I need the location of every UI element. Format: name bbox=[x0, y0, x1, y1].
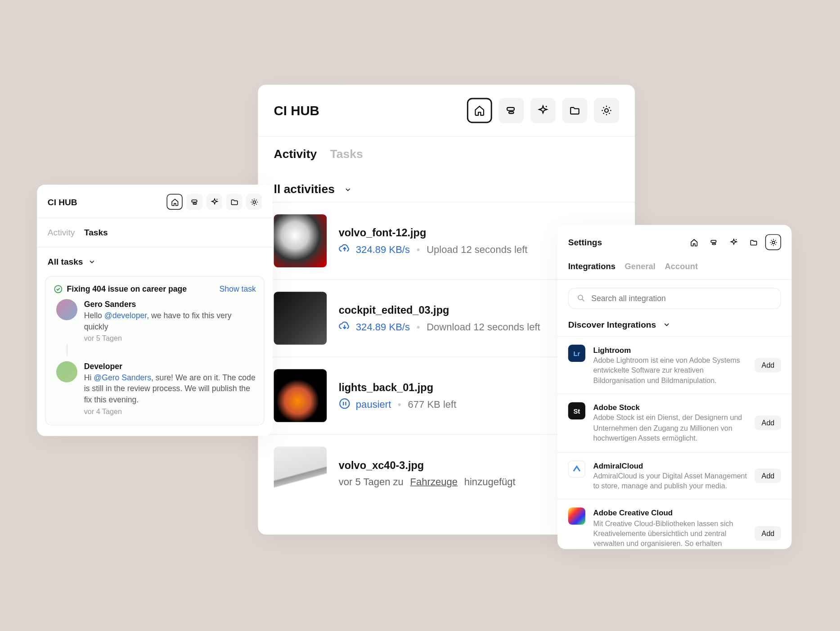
check-circle-icon bbox=[54, 284, 63, 294]
home-icon-button[interactable] bbox=[467, 98, 492, 123]
integration-name: Lightroom bbox=[593, 345, 747, 356]
admiralcloud-icon bbox=[568, 460, 585, 477]
tasks-filter-dropdown[interactable]: All tasks bbox=[37, 248, 272, 276]
cloud-upload-icon bbox=[339, 243, 350, 254]
file-added-link[interactable]: Fahrzeuge bbox=[410, 475, 458, 487]
integration-name: Adobe Stock bbox=[593, 402, 747, 413]
file-status: Download 12 seconds left bbox=[427, 320, 540, 332]
file-speed: 324.89 KB/s bbox=[356, 320, 410, 332]
search-input[interactable] bbox=[591, 294, 773, 303]
file-thumbnail bbox=[274, 369, 327, 422]
mention[interactable]: @developer bbox=[104, 311, 147, 320]
tab-general[interactable]: General bbox=[624, 262, 655, 271]
file-status: 677 KB left bbox=[408, 398, 456, 409]
file-thumbnail bbox=[274, 214, 327, 267]
activity-filter-label: ll activities bbox=[274, 183, 335, 197]
add-button[interactable]: Add bbox=[755, 358, 781, 372]
integration-desc: Adobe Lightroom ist eine von Adobe Syste… bbox=[593, 356, 747, 386]
integration-row: Adobe Creative Cloud Mit Creative Cloud-… bbox=[557, 499, 791, 549]
thread-line bbox=[67, 344, 67, 356]
adobe-stock-icon: St bbox=[568, 402, 585, 419]
add-button[interactable]: Add bbox=[755, 416, 781, 430]
file-thumbnail bbox=[274, 446, 327, 500]
chevron-down-icon bbox=[88, 258, 96, 266]
comment-time: vor 4 Tagen bbox=[84, 407, 256, 417]
pause-icon bbox=[339, 397, 350, 409]
file-paused: pausiert bbox=[356, 398, 391, 409]
folder-icon-button[interactable] bbox=[746, 234, 761, 250]
search-icon bbox=[577, 294, 586, 303]
file-speed: 324.89 KB/s bbox=[356, 243, 410, 254]
tasks-filter-label: All tasks bbox=[48, 257, 83, 266]
home-icon-button[interactable] bbox=[166, 194, 182, 210]
integration-row: AdmiralCloud AdmiralCloud is your Digita… bbox=[557, 451, 791, 499]
show-task-link[interactable]: Show task bbox=[220, 284, 256, 294]
integration-desc: AdmiralCloud is your Digital Asset Manag… bbox=[593, 471, 747, 491]
tab-account[interactable]: Account bbox=[665, 262, 698, 271]
comment-author: Gero Sanders bbox=[84, 299, 256, 310]
add-button[interactable]: Add bbox=[755, 526, 781, 541]
task-comment: Gero Sanders Hello @developer, we have t… bbox=[54, 299, 256, 344]
sparkle-icon-button[interactable] bbox=[207, 194, 222, 210]
chevron-down-icon bbox=[663, 320, 671, 329]
integration-desc: Adobe Stock ist ein Dienst, der Designer… bbox=[593, 413, 747, 444]
activity-filter-dropdown[interactable]: ll activities bbox=[258, 169, 635, 202]
avatar bbox=[56, 299, 77, 320]
integration-name: AdmiralCloud bbox=[593, 460, 747, 471]
connector-icon-button[interactable] bbox=[187, 194, 202, 210]
integration-desc: Mit Creative Cloud-Bibliotheken lassen s… bbox=[593, 518, 747, 549]
tab-tasks[interactable]: Tasks bbox=[330, 148, 363, 162]
integration-row: St Adobe Stock Adobe Stock ist ein Diens… bbox=[557, 394, 791, 451]
file-thumbnail bbox=[274, 292, 327, 345]
comment-author: Developer bbox=[84, 361, 256, 372]
add-button[interactable]: Add bbox=[755, 469, 781, 483]
discover-dropdown[interactable]: Discover Integrations bbox=[557, 317, 791, 336]
chevron-down-icon bbox=[344, 185, 352, 194]
file-added-suffix: hinzugefügt bbox=[464, 475, 516, 487]
nav-icons bbox=[686, 234, 781, 250]
integration-name: Adobe Creative Cloud bbox=[593, 508, 747, 518]
mention[interactable]: @Gero Sanders bbox=[94, 373, 151, 382]
cloud-download-icon bbox=[339, 320, 350, 332]
task-title: Fixing 404 issue on career page bbox=[67, 284, 187, 294]
settings-icon-button[interactable] bbox=[246, 194, 262, 210]
app-title: CI HUB bbox=[274, 103, 319, 118]
lightroom-icon: Lr bbox=[568, 345, 585, 362]
nav-icons bbox=[166, 194, 262, 210]
nav-icons bbox=[467, 98, 619, 123]
task-comment: Developer Hi @Gero Sanders, sure! We are… bbox=[54, 361, 256, 417]
file-added-prefix: vor 5 Tagen zu bbox=[339, 475, 404, 487]
creative-cloud-icon bbox=[568, 508, 585, 525]
app-title: CI HUB bbox=[48, 197, 77, 207]
integration-row: Lr Lightroom Adobe Lightroom ist eine vo… bbox=[557, 336, 791, 394]
file-status: Upload 12 seconds left bbox=[427, 243, 527, 254]
tab-tasks[interactable]: Tasks bbox=[84, 228, 108, 238]
connector-icon-button[interactable] bbox=[705, 234, 721, 250]
home-icon-button[interactable] bbox=[686, 234, 701, 250]
tab-activity[interactable]: Activity bbox=[274, 148, 317, 162]
tasks-panel: CI HUB Activity Tasks All tasks Fixing 4… bbox=[37, 185, 272, 436]
settings-title: Settings bbox=[568, 237, 602, 247]
settings-panel: Settings Integrations General Account Di… bbox=[557, 225, 791, 549]
settings-icon-button[interactable] bbox=[765, 234, 781, 250]
tab-activity[interactable]: Activity bbox=[48, 228, 75, 238]
tab-integrations[interactable]: Integrations bbox=[568, 262, 615, 271]
settings-icon-button[interactable] bbox=[594, 98, 619, 123]
sparkle-icon-button[interactable] bbox=[726, 234, 741, 250]
folder-icon-button[interactable] bbox=[226, 194, 242, 210]
folder-icon-button[interactable] bbox=[562, 98, 588, 123]
task-card: Fixing 404 issue on career page Show tas… bbox=[45, 276, 265, 426]
sparkle-icon-button[interactable] bbox=[530, 98, 556, 123]
avatar bbox=[56, 361, 77, 382]
connector-icon-button[interactable] bbox=[499, 98, 524, 123]
comment-time: vor 5 Tagen bbox=[84, 334, 256, 344]
search-input-wrap[interactable] bbox=[568, 288, 781, 309]
